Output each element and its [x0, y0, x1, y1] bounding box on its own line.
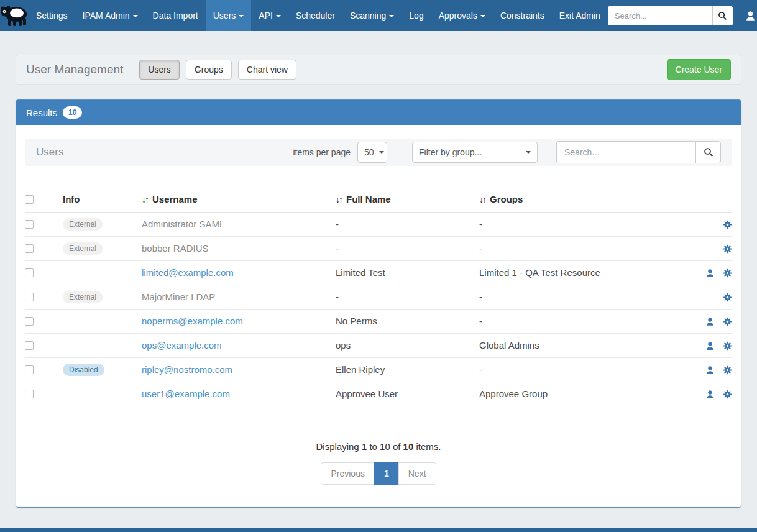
previous-page-button[interactable]: Previous: [321, 462, 374, 485]
table-search-button[interactable]: [695, 141, 721, 163]
toolbar-title: Users: [36, 146, 63, 158]
row-checkbox[interactable]: [25, 317, 34, 326]
settings-gear-icon[interactable]: [723, 293, 732, 302]
settings-gear-icon[interactable]: [723, 220, 732, 229]
settings-gear-icon[interactable]: [723, 317, 732, 326]
row-checkbox[interactable]: [25, 341, 34, 350]
chevron-down-icon: [133, 15, 138, 17]
row-checkbox[interactable]: [25, 220, 34, 229]
nav-item-log[interactable]: Log: [401, 0, 431, 31]
status-badge: Disabled: [63, 364, 104, 376]
column-header-groups[interactable]: ↓↑Groups: [479, 187, 689, 212]
page-header: User Management UsersGroupsChart view Cr…: [16, 55, 741, 85]
select-all-checkbox[interactable]: [25, 195, 34, 204]
page-1-button[interactable]: 1: [374, 462, 399, 485]
pager: Previous 1 Next: [321, 462, 436, 485]
nav-item-users[interactable]: Users: [206, 0, 252, 31]
username-cell[interactable]: noperms@example.com: [142, 316, 243, 326]
results-title: Results: [26, 108, 57, 118]
toolbar-controls: items per page 50 Filter by group...: [293, 141, 721, 163]
nav-item-approvals[interactable]: Approvals: [431, 0, 493, 31]
settings-gear-icon[interactable]: [723, 341, 732, 351]
row-checkbox[interactable]: [25, 390, 34, 398]
nav-item-settings[interactable]: Settings: [29, 0, 75, 31]
full-name-cell: ops: [336, 333, 479, 357]
column-header-full-name[interactable]: ↓↑Full Name: [336, 187, 479, 212]
table-search-input[interactable]: [556, 141, 695, 163]
username-cell[interactable]: ops@example.com: [142, 340, 222, 351]
users-table: Info ↓↑Username ↓↑Full Name ↓↑Groups Ext…: [25, 187, 732, 406]
row-checkbox[interactable]: [25, 244, 34, 253]
username-cell[interactable]: limited@example.com: [142, 267, 234, 278]
nav-item-exit-admin[interactable]: Exit Admin: [552, 0, 608, 31]
next-page-button[interactable]: Next: [398, 462, 436, 485]
full-name-cell: -: [336, 236, 479, 260]
groups-cell: -: [479, 285, 689, 309]
status-badge: External: [63, 291, 103, 303]
items-per-page-select[interactable]: 50: [357, 142, 387, 163]
users-toolbar: Users items per page 50 Filter by group.…: [25, 139, 732, 166]
chevron-down-icon: [389, 15, 394, 17]
table-row: user1@example.com Approvee User Approvee…: [25, 382, 732, 406]
items-per-page-value: 50: [364, 147, 374, 157]
sort-icon: ↓↑: [336, 195, 342, 204]
full-name-cell: Ellen Ripley: [336, 357, 479, 382]
nav-item-data-import[interactable]: Data Import: [145, 0, 206, 31]
table-row: External Administrator SAML - -: [25, 212, 732, 236]
tab-users[interactable]: Users: [139, 60, 180, 80]
chevron-down-icon: [526, 151, 531, 154]
nav-item-scanning[interactable]: Scanning: [342, 0, 401, 31]
row-checkbox[interactable]: [25, 365, 34, 374]
user-permissions-icon[interactable]: [705, 268, 715, 278]
pagination-area: Displaying 1 to 10 of 10 items. Previous…: [25, 441, 732, 485]
groups-cell: Approvee Group: [479, 382, 689, 406]
user-permissions-icon[interactable]: [705, 390, 715, 399]
row-checkbox[interactable]: [25, 268, 34, 277]
panda-logo-icon[interactable]: [0, 0, 29, 31]
account-menu[interactable]: [743, 11, 757, 21]
groups-cell: Global Admins: [479, 333, 689, 357]
user-permissions-icon[interactable]: [705, 365, 715, 375]
search-icon: [704, 147, 713, 157]
group-filter-select[interactable]: Filter by group...: [412, 142, 538, 163]
groups-cell: -: [479, 309, 689, 333]
groups-cell: -: [479, 212, 689, 236]
chevron-down-icon: [480, 15, 485, 17]
column-header-actions: [689, 187, 732, 212]
tab-chart-view[interactable]: Chart view: [238, 60, 296, 80]
groups-cell: Limited 1 - QA Test Resource: [479, 260, 689, 285]
username-cell: bobber RADIUS: [142, 243, 209, 254]
navbar-search: [608, 6, 733, 25]
account-icon: [745, 11, 757, 21]
table-row: noperms@example.com No Perms -: [25, 309, 732, 333]
items-per-page-label: items per page: [293, 147, 351, 157]
table-header-row: Info ↓↑Username ↓↑Full Name ↓↑Groups: [25, 187, 732, 212]
user-permissions-icon[interactable]: [705, 317, 715, 326]
group-filter-value: Filter by group...: [419, 147, 482, 157]
chevron-down-icon: [239, 15, 244, 17]
results-panel-heading: Results 10: [16, 100, 741, 125]
results-panel: Results 10 Users items per page 50 Filte…: [16, 99, 741, 508]
navbar-search-button[interactable]: [712, 6, 733, 25]
settings-gear-icon[interactable]: [723, 390, 732, 399]
tab-groups[interactable]: Groups: [186, 60, 232, 80]
nav-item-constraints[interactable]: Constraints: [493, 0, 552, 31]
navbar-search-input[interactable]: [608, 6, 712, 25]
username-cell: Administrator SAML: [142, 219, 224, 229]
username-cell[interactable]: user1@example.com: [142, 388, 230, 399]
create-user-button[interactable]: Create User: [667, 59, 731, 80]
user-permissions-icon[interactable]: [705, 341, 715, 351]
table-row: Disabled ripley@nostromo.com Ellen Riple…: [25, 357, 732, 382]
nav-item-ipam-admin[interactable]: IPAM Admin: [75, 0, 145, 31]
nav-item-api[interactable]: API: [251, 0, 288, 31]
sort-icon: ↓↑: [142, 195, 148, 204]
settings-gear-icon[interactable]: [723, 365, 732, 375]
row-checkbox[interactable]: [25, 293, 34, 301]
results-count-badge: 10: [63, 106, 82, 119]
groups-cell: -: [479, 357, 689, 382]
column-header-username[interactable]: ↓↑Username: [142, 187, 336, 212]
settings-gear-icon[interactable]: [723, 244, 732, 254]
username-cell[interactable]: ripley@nostromo.com: [142, 364, 232, 375]
settings-gear-icon[interactable]: [723, 268, 732, 278]
nav-item-scheduler[interactable]: Scheduler: [288, 0, 342, 31]
